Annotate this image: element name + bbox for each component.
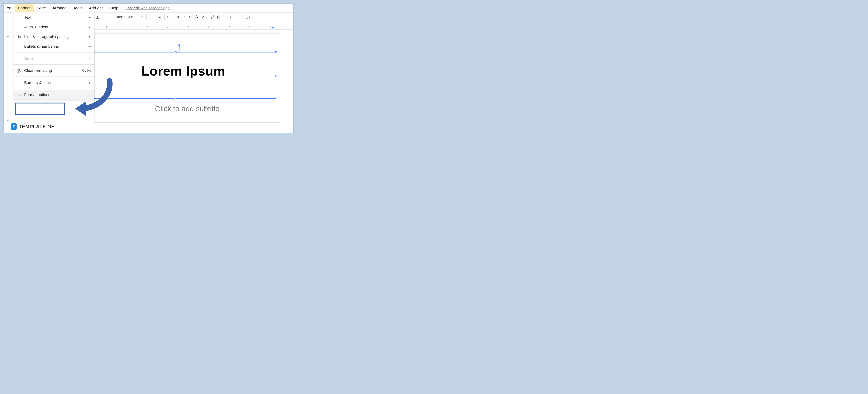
menu-label: Clear formatting bbox=[24, 68, 52, 73]
resize-handle-ne[interactable] bbox=[275, 51, 277, 53]
text-color-letter: A bbox=[195, 15, 198, 18]
menu-label: Bullets & numbering bbox=[24, 44, 59, 49]
menu-table: Table ▶ bbox=[14, 54, 94, 63]
font-family-value: Russo One bbox=[116, 15, 133, 19]
border-segments-button[interactable] bbox=[104, 14, 110, 20]
font-family-select[interactable]: Russo One ▼ bbox=[113, 15, 145, 19]
tutorial-highlight bbox=[15, 102, 65, 115]
toolbar-separator bbox=[102, 14, 102, 20]
resize-handle-n[interactable] bbox=[175, 51, 177, 53]
submenu-arrow-icon: ▶ bbox=[89, 45, 91, 48]
svg-point-0 bbox=[255, 16, 256, 17]
checklist-button[interactable]: ▼ bbox=[244, 14, 250, 20]
brand-light: .NET bbox=[46, 124, 58, 129]
submenu-arrow-icon: ▶ bbox=[89, 26, 91, 28]
resize-handle-s[interactable] bbox=[175, 97, 177, 99]
insert-comment-button[interactable] bbox=[216, 14, 222, 20]
menu-help[interactable]: Help bbox=[107, 4, 122, 12]
submenu-arrow-icon: ▶ bbox=[89, 81, 91, 84]
font-size-increase[interactable]: + bbox=[164, 14, 170, 20]
ruler-number: 1 bbox=[7, 99, 10, 100]
submenu-arrow-icon: ▶ bbox=[89, 57, 91, 60]
font-size-value[interactable]: 52 bbox=[155, 14, 164, 20]
bulleted-list-button[interactable] bbox=[254, 14, 260, 20]
ruler-number: 2 bbox=[7, 36, 10, 37]
brand-bold: TEMPLATE bbox=[19, 124, 46, 129]
menu-insert-truncated[interactable]: ert bbox=[3, 4, 15, 12]
ruler-number: 4 bbox=[167, 26, 168, 29]
menu-format-options[interactable]: Format options bbox=[14, 90, 94, 99]
resize-handle-se[interactable] bbox=[275, 97, 277, 99]
menu-label: Align & indent bbox=[24, 25, 49, 29]
ruler-number: 2 bbox=[126, 26, 128, 29]
menu-borders-lines[interactable]: Borders & lines ▶ bbox=[14, 78, 94, 88]
menu-shortcut: Ctrl+\ bbox=[82, 68, 91, 72]
rotation-connector bbox=[179, 47, 180, 52]
align-button[interactable]: ▼ bbox=[225, 14, 231, 20]
menu-slide[interactable]: Slide bbox=[34, 4, 49, 12]
menu-text[interactable]: Text ▶ bbox=[14, 12, 94, 22]
vertical-ruler: 2 1 1 2 bbox=[7, 30, 12, 122]
menu-clear-formatting[interactable]: Clear formatting Ctrl+\ bbox=[14, 66, 94, 75]
menu-label: Line & paragraph spacing bbox=[24, 34, 69, 39]
menu-tools[interactable]: Tools bbox=[70, 4, 86, 12]
text-color-button[interactable]: A bbox=[194, 15, 200, 19]
menu-label: Table bbox=[24, 56, 33, 61]
menu-separator bbox=[14, 77, 94, 77]
clear-format-icon bbox=[17, 68, 22, 73]
toolbar-separator bbox=[173, 14, 173, 20]
submenu-arrow-icon: ▶ bbox=[89, 16, 91, 19]
format-options-icon bbox=[17, 92, 22, 97]
ruler-number: 1 bbox=[7, 57, 10, 59]
menu-label: Borders & lines bbox=[24, 81, 51, 85]
svg-point-1 bbox=[255, 17, 256, 17]
ruler-number: 8 bbox=[249, 26, 250, 29]
line-spacing-button[interactable] bbox=[235, 14, 241, 20]
last-edit-status[interactable]: Last edit was seconds ago bbox=[122, 6, 169, 10]
menu-arrange[interactable]: Arrange bbox=[49, 4, 70, 12]
title-text-box[interactable]: Lorem Ipsum bbox=[90, 52, 276, 99]
fill-color-button[interactable] bbox=[94, 14, 101, 20]
menubar: ert Format Slide Arrange Tools Add-ons H… bbox=[3, 3, 293, 12]
italic-button[interactable]: I bbox=[181, 14, 187, 20]
menu-separator bbox=[14, 52, 94, 53]
menu-bullets-numbering[interactable]: Bullets & numbering ▶ bbox=[14, 41, 94, 51]
chevron-down-icon: ▼ bbox=[229, 16, 231, 18]
ruler-number: 3 bbox=[147, 26, 148, 29]
insert-link-button[interactable] bbox=[210, 14, 216, 20]
menu-line-spacing[interactable]: Line & paragraph spacing ▶ bbox=[14, 32, 94, 41]
chevron-down-icon: ▼ bbox=[141, 16, 143, 18]
menu-addons[interactable]: Add-ons bbox=[86, 4, 107, 12]
underline-button[interactable]: U bbox=[187, 14, 194, 20]
rotation-handle[interactable] bbox=[178, 44, 180, 47]
font-size-decrease[interactable]: − bbox=[149, 14, 155, 20]
menu-format[interactable]: Format bbox=[15, 4, 34, 12]
ruler-indent-marker[interactable] bbox=[272, 27, 274, 29]
brand-badge-icon: T bbox=[10, 123, 17, 130]
text-color-swatch bbox=[195, 19, 199, 19]
format-dropdown: Text ▶ Align & indent ▶ Line & paragraph… bbox=[14, 12, 94, 99]
horizontal-ruler: 1 2 3 4 5 6 7 8 9 bbox=[94, 24, 293, 30]
slide-canvas[interactable]: Lorem Ipsum Click to add subtitle bbox=[94, 33, 280, 123]
ruler-number: 5 bbox=[188, 26, 189, 29]
ruler-number: 7 bbox=[228, 26, 230, 29]
chevron-down-icon: ▼ bbox=[248, 16, 250, 18]
menu-separator bbox=[14, 64, 94, 65]
brand-text: TEMPLATE.NET bbox=[19, 124, 58, 129]
menu-align-indent[interactable]: Align & indent ▶ bbox=[14, 22, 94, 32]
ruler-number: 1 bbox=[106, 26, 107, 29]
menu-label: Text bbox=[24, 15, 31, 20]
line-spacing-icon bbox=[17, 34, 22, 39]
app-frame: ert Format Slide Arrange Tools Add-ons H… bbox=[3, 3, 293, 133]
toolbar-separator bbox=[223, 14, 224, 20]
text-cursor bbox=[161, 63, 161, 77]
bold-button[interactable]: B bbox=[175, 14, 181, 20]
svg-point-2 bbox=[255, 18, 256, 19]
subtitle-placeholder[interactable]: Click to add subtitle bbox=[94, 104, 280, 113]
ruler-number: 9 bbox=[270, 26, 271, 29]
footer-brand: T TEMPLATE.NET bbox=[10, 123, 58, 130]
ruler-number: 2 bbox=[7, 120, 10, 121]
title-text[interactable]: Lorem Ipsum bbox=[91, 64, 276, 79]
ruler-number: 6 bbox=[208, 26, 210, 29]
highlight-color-button[interactable] bbox=[200, 14, 206, 20]
